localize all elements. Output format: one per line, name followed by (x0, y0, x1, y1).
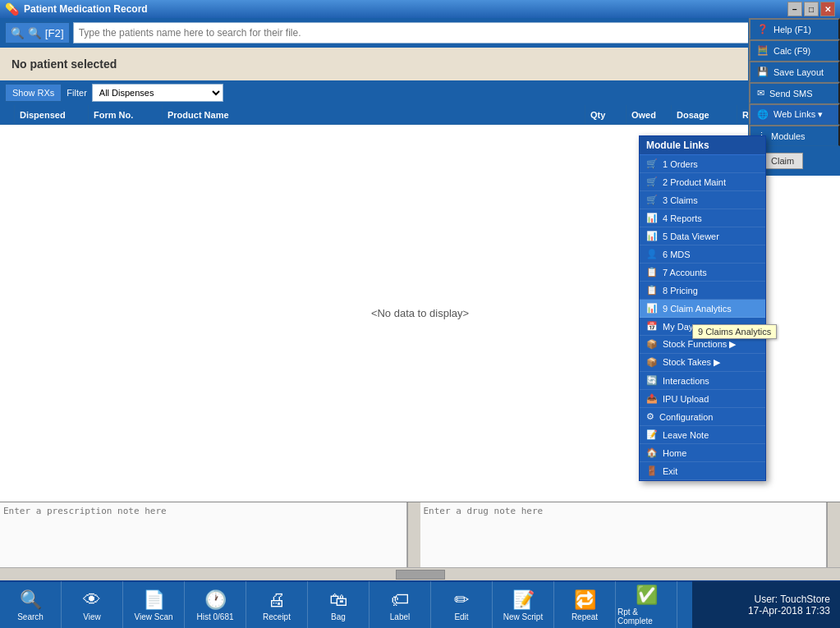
send-sms-button[interactable]: ✉ Send SMS (749, 82, 840, 103)
view-scan-icon: 📄 (143, 589, 165, 611)
accounts-icon: 📋 (646, 267, 658, 277)
taskbar-hist-button[interactable]: 🕐 Hist 0/681 (185, 581, 246, 628)
bag-icon: 🛍 (329, 589, 347, 611)
toolbar: Show RXs Filter All Dispenses Today This… (0, 80, 840, 105)
rpt-complete-icon: ✅ (636, 584, 658, 606)
calc-button[interactable]: 🧮 Calc (F9) (749, 39, 840, 61)
taskbar-bag-button[interactable]: 🛍 Bag (308, 581, 370, 628)
search-icon: 🔍 (11, 27, 25, 39)
col-qty: Qty (585, 105, 627, 124)
sms-icon: ✉ (757, 88, 764, 99)
mds-icon: 👤 (646, 249, 658, 259)
stock-takes-icon: 📦 (646, 357, 658, 368)
search-taskbar-icon: 🔍 (20, 589, 42, 611)
interactions-icon: 🔄 (646, 375, 658, 386)
taskbar-receipt-button[interactable]: 🖨 Receipt (246, 581, 308, 628)
module-item-accounts[interactable]: 📋 7 Accounts (640, 264, 765, 282)
user-name: User: TouchStore (755, 594, 831, 605)
restore-button[interactable]: □ (804, 2, 819, 16)
table-header: Dispensed Form No. Product Name Qty Owed (0, 105, 840, 125)
prescription-scrollbar[interactable] (407, 502, 420, 567)
ipu-upload-icon: 📤 (646, 393, 658, 404)
help-button[interactable]: ❓ Help (F1) (749, 18, 840, 39)
module-item-claims[interactable]: 🛒 3 Claims (640, 191, 765, 209)
scroll-thumb[interactable] (396, 570, 445, 580)
taskbar-label-button[interactable]: 🏷 Label (370, 581, 431, 628)
taskbar: 🔍 Search 👁 View 📄 View Scan 🕐 Hist 0/681… (0, 580, 840, 628)
module-item-pricing[interactable]: 📋 8 Pricing (640, 282, 765, 300)
app-title: Patient Medication Record (24, 3, 787, 15)
datetime-display: 17-Apr-2018 17:33 (748, 605, 830, 617)
claim-button[interactable]: Claim (762, 153, 803, 169)
filter-label: Filter (67, 88, 86, 98)
product-maint-icon: 🛒 (646, 176, 658, 187)
module-links-header: Module Links (640, 136, 765, 155)
search-bar: 🔍 🔍 [F2] 👤 👤+ 👥 (0, 18, 840, 48)
view-icon: 👁 (83, 589, 101, 611)
label-icon: 🏷 (391, 589, 409, 611)
edit-icon: ✏ (454, 589, 469, 611)
data-viewer-icon: 📊 (646, 231, 658, 241)
taskbar-repeat-button[interactable]: 🔁 Repeat (554, 581, 616, 628)
col-owed: Owed (627, 105, 672, 124)
module-item-ipu-upload[interactable]: 📤 IPU Upload (640, 390, 765, 408)
exit-icon: 🚪 (646, 465, 658, 476)
module-item-reports[interactable]: 📊 4 Reports (640, 209, 765, 227)
taskbar-view-scan-button[interactable]: 📄 View Scan (123, 581, 185, 628)
web-links-button[interactable]: 🌐 Web Links ▾ (749, 103, 840, 125)
my-day-icon: 📅 (646, 321, 658, 332)
show-rxs-button[interactable]: Show RXs (5, 84, 62, 102)
calc-icon: 🧮 (757, 45, 769, 56)
hist-icon: 🕐 (204, 589, 227, 611)
col-form: Form No. (89, 105, 163, 124)
help-icon: ❓ (757, 24, 769, 34)
col-product: Product Name (163, 105, 585, 124)
module-item-product-maint[interactable]: 🛒 2 Product Maint (640, 173, 765, 191)
patient-search-input[interactable] (73, 22, 756, 44)
f2-search-button[interactable]: 🔍 🔍 [F2] (5, 22, 70, 44)
taskbar-view-button[interactable]: 👁 View (62, 581, 123, 628)
col-num (0, 105, 15, 124)
module-item-mds[interactable]: 👤 6 MDS (640, 245, 765, 264)
web-links-icon: 🌐 (757, 109, 769, 120)
module-item-leave-note[interactable]: 📝 Leave Note (640, 426, 765, 444)
configuration-icon: ⚙ (646, 411, 654, 422)
claim-analytics-icon: 📊 (646, 303, 658, 314)
taskbar-search-button[interactable]: 🔍 Search (0, 581, 62, 628)
repeat-icon: 🔁 (574, 589, 596, 611)
taskbar-new-script-button[interactable]: 📝 New Script (493, 581, 554, 628)
module-item-interactions[interactable]: 🔄 Interactions (640, 372, 765, 390)
drug-note-input[interactable] (420, 502, 828, 567)
module-item-data-viewer[interactable]: 📊 5 Data Viewer (640, 227, 765, 245)
taskbar-rpt-complete-button[interactable]: ✅ Rpt & Complete (616, 581, 677, 628)
pricing-icon: 📋 (646, 285, 658, 296)
module-item-home[interactable]: 🏠 Home (640, 444, 765, 462)
close-button[interactable]: ✕ (820, 2, 835, 16)
minimize-button[interactable]: − (787, 2, 802, 16)
save-layout-button[interactable]: 💾 Save Layout (749, 61, 840, 82)
module-item-orders[interactable]: 🛒 1 Orders (640, 155, 765, 173)
claims-icon: 🛒 (646, 195, 658, 205)
module-links-dropdown: Module Links 🛒 1 Orders 🛒 2 Product Main… (639, 135, 766, 481)
module-item-configuration[interactable]: ⚙ Configuration (640, 408, 765, 426)
receipt-icon: 🖨 (268, 589, 286, 611)
prescription-note-input[interactable] (0, 502, 407, 567)
orders-icon: 🛒 (646, 158, 658, 169)
taskbar-edit-button[interactable]: ✏ Edit (431, 581, 493, 628)
module-item-stock-takes[interactable]: 📦 Stock Takes ▶ (640, 354, 765, 372)
module-item-claim-analytics[interactable]: 📊 9 Claim Analytics (640, 300, 765, 318)
taskbar-user-info: User: TouchStore 17-Apr-2018 17:33 (692, 581, 840, 628)
title-bar: 💊 Patient Medication Record − □ ✕ (0, 0, 840, 18)
no-patient-banner: No patient selected (0, 48, 840, 80)
reports-icon: 📊 (646, 213, 658, 223)
leave-note-icon: 📝 (646, 429, 658, 440)
save-icon: 💾 (757, 66, 769, 77)
module-item-exit[interactable]: 🚪 Exit (640, 462, 765, 480)
drug-scrollbar[interactable] (827, 502, 840, 567)
app-icon: 💊 (5, 2, 19, 16)
col-dispensed: Dispensed (15, 105, 89, 124)
filter-dropdown[interactable]: All Dispenses Today This Week This Month (92, 84, 223, 102)
scroll-track[interactable] (0, 567, 840, 580)
claim-analytics-tooltip: 9 Claims Analytics (692, 324, 777, 339)
new-script-icon: 📝 (512, 589, 535, 611)
